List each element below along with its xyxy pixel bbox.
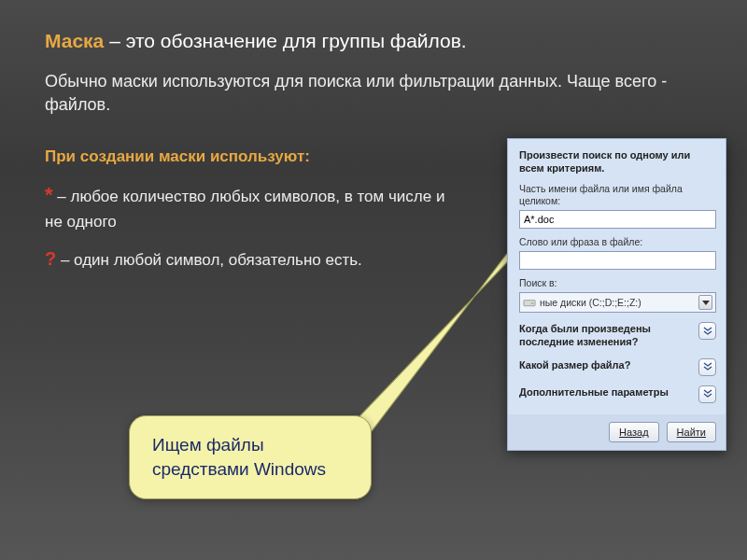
- double-chevron-down-icon: [703, 362, 712, 371]
- expand-when-button[interactable]: [698, 322, 716, 340]
- callout-box: Ищем файлы средствами Windows: [129, 415, 372, 499]
- back-button[interactable]: Назад: [609, 422, 659, 442]
- search-in-value: ные диски (C:;D:;E:;Z:): [540, 297, 641, 308]
- phrase-label: Слово или фраза в файле:: [519, 236, 716, 248]
- asterisk-symbol: *: [45, 183, 53, 206]
- file-size-row[interactable]: Какой размер файла?: [519, 358, 716, 376]
- usage-question-line: ? – один любой символ, обязательно есть.: [45, 245, 456, 273]
- title-highlight: Маска: [45, 30, 104, 51]
- double-chevron-down-icon: [703, 327, 712, 336]
- double-chevron-down-icon: [703, 389, 712, 399]
- question-text: – один любой символ, обязательно есть.: [56, 251, 362, 269]
- drive-icon: [523, 296, 536, 309]
- when-modified-row[interactable]: Когда были произведены последние изменен…: [519, 322, 716, 349]
- svg-marker-3: [702, 301, 710, 305]
- filename-input[interactable]: [519, 210, 716, 229]
- usage-star-line: * – любое количество любых символов, в т…: [45, 179, 456, 234]
- file-size-label: Какой размер файла?: [519, 358, 630, 371]
- title-rest: – это обозначение для группы файлов.: [104, 30, 466, 51]
- callout-text: Ищем файлы средствами Windows: [152, 435, 326, 479]
- find-button[interactable]: Найти: [667, 422, 716, 442]
- subtitle: Обычно маски используются для поиска или…: [45, 70, 710, 116]
- search-in-label: Поиск в:: [519, 277, 716, 289]
- expand-size-button[interactable]: [698, 358, 716, 376]
- search-panel: Произвести поиск по одному или всем крит…: [507, 138, 726, 451]
- asterisk-text: – любое количество любых символов, в том…: [45, 188, 444, 231]
- extra-params-row[interactable]: Дополнительные параметры: [519, 385, 716, 403]
- extra-params-label: Дополнительные параметры: [519, 385, 669, 399]
- filename-label: Часть имени файла или имя файла целиком:: [519, 183, 716, 207]
- svg-rect-2: [531, 302, 534, 303]
- chevron-down-icon: [698, 295, 712, 310]
- slide-title: Маска – это обозначение для группы файло…: [45, 28, 710, 53]
- panel-heading: Произвести поиск по одному или всем крит…: [519, 148, 716, 175]
- expand-extra-button[interactable]: [698, 385, 716, 403]
- phrase-input[interactable]: [519, 251, 716, 270]
- when-modified-label: Когда были произведены последние изменен…: [519, 322, 678, 349]
- question-symbol: ?: [45, 248, 56, 269]
- panel-footer: Назад Найти: [508, 414, 726, 450]
- search-in-dropdown[interactable]: ные диски (C:;D:;E:;Z:): [519, 292, 716, 313]
